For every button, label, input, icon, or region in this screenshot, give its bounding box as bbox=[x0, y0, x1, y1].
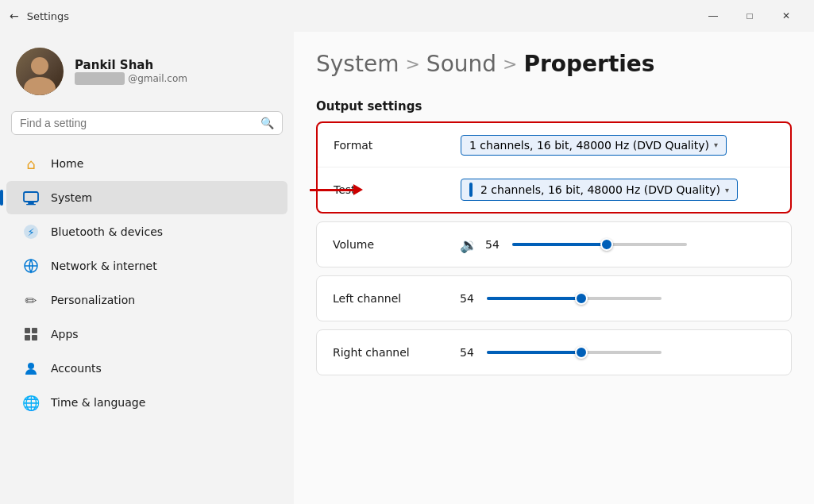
volume-value: 54 bbox=[485, 238, 504, 251]
volume-thumb[interactable] bbox=[600, 238, 613, 251]
output-settings-title: Output settings bbox=[316, 99, 792, 113]
test-row: Test 2 channels, 16 bit, 48000 Hz (DVD Q… bbox=[318, 167, 790, 212]
bluetooth-icon: ⚡ bbox=[22, 223, 40, 240]
svg-rect-10 bbox=[32, 335, 37, 340]
format-value-1: 1 channels, 16 bit, 48000 Hz (DVD Qualit… bbox=[469, 139, 709, 152]
sidebar: Pankil Shah ██████ @gmail.com 🔍 ⌂ Home bbox=[0, 32, 294, 504]
search-input[interactable] bbox=[20, 117, 254, 129]
svg-rect-7 bbox=[25, 328, 30, 333]
sidebar-item-system[interactable]: System bbox=[6, 181, 287, 214]
sidebar-item-label: System bbox=[51, 191, 92, 204]
sidebar-item-personalization[interactable]: ✏️ Personalization bbox=[6, 283, 287, 317]
test-dropdown[interactable]: 2 channels, 16 bit, 48000 Hz (DVD Qualit… bbox=[461, 179, 738, 201]
left-channel-label: Left channel bbox=[333, 292, 460, 305]
dropdown-arrow-icon: ▾ bbox=[714, 140, 718, 149]
sidebar-item-time[interactable]: 🌐 Time & language bbox=[6, 386, 287, 419]
sidebar-item-accounts[interactable]: Accounts bbox=[6, 352, 287, 385]
user-info: Pankil Shah ██████ @gmail.com bbox=[75, 58, 187, 85]
right-channel-row: Right channel 54 bbox=[317, 330, 791, 375]
volume-slider[interactable] bbox=[512, 243, 687, 246]
sidebar-item-label: Apps bbox=[51, 328, 79, 340]
volume-control: 🔉 54 bbox=[460, 237, 775, 253]
content-area: System > Sound > Properties Output setti… bbox=[294, 32, 814, 504]
right-channel-control: 54 bbox=[460, 346, 775, 359]
search-container: 🔍 bbox=[0, 111, 294, 146]
test-value: 2 channels, 16 bit, 48000 Hz (DVD Qualit… bbox=[480, 183, 720, 196]
personalization-icon: ✏️ bbox=[22, 291, 40, 309]
sidebar-item-label: Time & language bbox=[51, 396, 145, 409]
main-layout: Pankil Shah ██████ @gmail.com 🔍 ⌂ Home bbox=[0, 32, 814, 504]
breadcrumb: System > Sound > Properties bbox=[316, 51, 792, 77]
sidebar-item-label: Accounts bbox=[51, 362, 102, 375]
user-profile: Pankil Shah ██████ @gmail.com bbox=[0, 38, 294, 111]
svg-text:⚡: ⚡ bbox=[27, 226, 34, 238]
home-icon: ⌂ bbox=[22, 155, 40, 172]
right-channel-slider[interactable] bbox=[487, 351, 662, 354]
sidebar-item-bluetooth[interactable]: ⚡ Bluetooth & devices bbox=[6, 215, 287, 248]
left-channel-fill bbox=[487, 297, 581, 300]
email-domain: @gmail.com bbox=[128, 73, 187, 84]
breadcrumb-sound: Sound bbox=[426, 51, 496, 77]
sidebar-item-apps[interactable]: Apps bbox=[6, 317, 287, 351]
email-blur: ██████ bbox=[75, 72, 125, 85]
left-channel-slider[interactable] bbox=[487, 297, 662, 300]
volume-icon: 🔉 bbox=[460, 237, 477, 253]
accounts-icon bbox=[22, 360, 40, 377]
volume-card: Volume 🔉 54 bbox=[316, 221, 792, 267]
arrow-line bbox=[310, 189, 353, 191]
arrow-head-icon bbox=[353, 184, 363, 195]
svg-rect-8 bbox=[32, 328, 37, 333]
back-button[interactable]: ← bbox=[10, 10, 19, 22]
channel-indicator bbox=[469, 183, 473, 197]
right-channel-fill bbox=[487, 351, 581, 354]
minimize-button[interactable]: — bbox=[695, 3, 731, 29]
left-channel-card: Left channel 54 bbox=[316, 275, 792, 321]
volume-label: Volume bbox=[333, 238, 460, 251]
right-channel-value: 54 bbox=[460, 346, 479, 359]
svg-rect-9 bbox=[25, 335, 30, 340]
svg-rect-0 bbox=[24, 192, 38, 202]
sidebar-item-label: Network & internet bbox=[51, 260, 157, 272]
title-bar-title: Settings bbox=[27, 10, 69, 22]
maximize-button[interactable]: □ bbox=[731, 3, 768, 29]
volume-row: Volume 🔉 54 bbox=[317, 222, 791, 267]
search-box[interactable]: 🔍 bbox=[11, 111, 283, 135]
title-bar-controls: — □ ✕ bbox=[695, 3, 804, 29]
system-icon bbox=[22, 189, 40, 206]
user-name: Pankil Shah bbox=[75, 58, 187, 72]
nav-items: ⌂ Home System ⚡ bbox=[0, 146, 294, 504]
right-channel-card: Right channel 54 bbox=[316, 329, 792, 375]
dropdown-arrow-icon-2: ▾ bbox=[725, 186, 729, 194]
title-bar: ← Settings — □ ✕ bbox=[0, 0, 814, 32]
format-section: Format 1 channels, 16 bit, 48000 Hz (DVD… bbox=[316, 121, 792, 214]
left-channel-thumb[interactable] bbox=[575, 292, 588, 305]
title-bar-left: ← Settings bbox=[10, 10, 69, 22]
user-email: ██████ @gmail.com bbox=[75, 72, 187, 85]
sidebar-item-home[interactable]: ⌂ Home bbox=[6, 147, 287, 180]
volume-fill bbox=[512, 243, 607, 246]
red-arrow bbox=[310, 184, 363, 195]
format-row: Format 1 channels, 16 bit, 48000 Hz (DVD… bbox=[318, 123, 790, 167]
breadcrumb-system: System bbox=[316, 51, 399, 77]
search-icon: 🔍 bbox=[260, 117, 274, 129]
format-dropdown[interactable]: 1 channels, 16 bit, 48000 Hz (DVD Qualit… bbox=[461, 135, 727, 156]
left-channel-value: 54 bbox=[460, 292, 479, 305]
sidebar-item-label: Home bbox=[51, 157, 83, 170]
right-channel-thumb[interactable] bbox=[575, 346, 588, 359]
network-icon bbox=[22, 257, 40, 275]
svg-rect-1 bbox=[28, 202, 34, 204]
sidebar-item-label: Personalization bbox=[51, 294, 135, 306]
breadcrumb-separator-1: > bbox=[405, 54, 419, 74]
close-button[interactable]: ✕ bbox=[768, 3, 804, 29]
left-channel-row: Left channel 54 bbox=[317, 276, 791, 321]
format-label: Format bbox=[334, 139, 461, 152]
apps-icon bbox=[22, 325, 40, 343]
sidebar-item-label: Bluetooth & devices bbox=[51, 225, 163, 238]
avatar-image bbox=[16, 48, 64, 95]
breadcrumb-current: Properties bbox=[523, 51, 654, 77]
breadcrumb-separator-2: > bbox=[503, 54, 517, 74]
sidebar-item-network[interactable]: Network & internet bbox=[6, 249, 287, 283]
avatar bbox=[16, 48, 64, 95]
left-channel-control: 54 bbox=[460, 292, 775, 305]
right-channel-label: Right channel bbox=[333, 346, 460, 359]
